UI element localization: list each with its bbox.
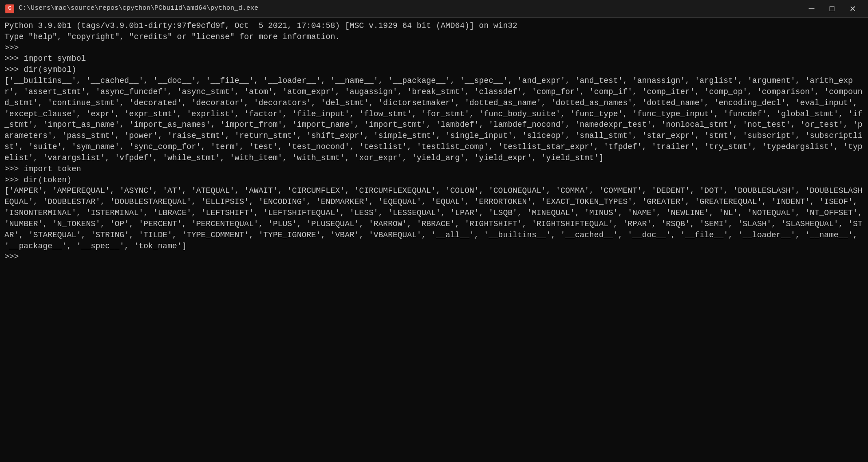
terminal-line: >>> import token	[4, 164, 864, 175]
title-bar: C C:\Users\mac\source\repos\cpython\PCbu…	[0, 0, 868, 18]
terminal-line: ['AMPER', 'AMPEREQUAL', 'ASYNC', 'AT', '…	[4, 185, 864, 251]
maximize-button[interactable]: □	[822, 0, 842, 18]
terminal-line: >>>	[4, 43, 864, 54]
app-icon: C	[5, 4, 14, 13]
terminal-line: >>> dir(token)	[4, 175, 864, 186]
terminal-output[interactable]: Python 3.9.0b1 (tags/v3.9.0b1-dirty:97fe…	[0, 18, 868, 462]
terminal-line: >>>	[4, 251, 864, 262]
terminal-line: Type "help", "copyright", "credits" or "…	[4, 31, 864, 43]
terminal-line: >>> dir(symbol)	[4, 64, 864, 75]
terminal-line: Python 3.9.0b1 (tags/v3.9.0b1-dirty:97fe…	[4, 20, 864, 31]
terminal-line: ['__builtins__', '__cached__', '__doc__'…	[4, 75, 864, 164]
window-controls: ─ □ ✕	[801, 0, 863, 18]
title-bar-text: C:\Users\mac\source\repos\cpython\PCbuil…	[19, 4, 801, 13]
terminal-line: >>> import symbol	[4, 53, 864, 64]
minimize-button[interactable]: ─	[801, 0, 822, 18]
terminal-window: C C:\Users\mac\source\repos\cpython\PCbu…	[0, 0, 868, 462]
close-button[interactable]: ✕	[842, 0, 863, 18]
